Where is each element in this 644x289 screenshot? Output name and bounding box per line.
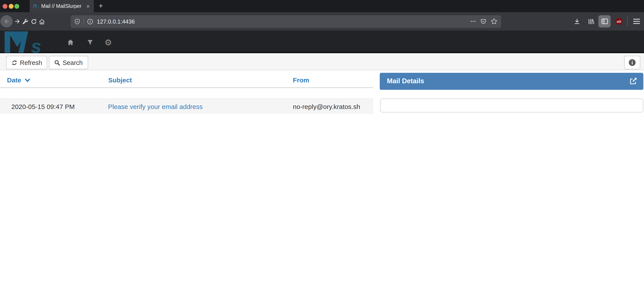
- downloads-button[interactable]: [572, 12, 582, 30]
- column-header-subject[interactable]: Subject: [108, 76, 132, 84]
- main-content: Date Subject From 2020-05-15 09:47 PM Pl…: [0, 70, 644, 289]
- action-toolbar: Refresh Search: [0, 53, 644, 70]
- about-info-button[interactable]: [624, 56, 640, 69]
- forward-arrow-icon: [14, 18, 20, 24]
- tracking-protection-shield-icon[interactable]: [74, 18, 80, 25]
- download-icon: [574, 18, 580, 25]
- back-arrow-icon: [4, 18, 10, 24]
- ublock-label: uO: [617, 20, 621, 23]
- site-info-icon[interactable]: [87, 18, 94, 25]
- nav-filter-button[interactable]: [86, 38, 94, 47]
- home-icon: [66, 39, 74, 46]
- window-zoom-button[interactable]: [14, 4, 19, 8]
- wrench-icon: [22, 18, 28, 25]
- column-header-date[interactable]: Date: [7, 76, 30, 84]
- menu-button[interactable]: [631, 12, 642, 30]
- mail-details-header: Mail Details: [380, 73, 643, 90]
- column-header-from[interactable]: From: [293, 76, 309, 84]
- url-bar[interactable]: 127.0.0.1:4436: [71, 15, 501, 28]
- open-external-icon[interactable]: [629, 77, 637, 85]
- new-tab-button[interactable]: +: [95, 0, 106, 12]
- bookmark-star-icon[interactable]: [490, 18, 498, 25]
- urlbar-separator: [83, 18, 84, 25]
- browser-tab[interactable]: s Mail // MailSlurper ×: [30, 0, 94, 12]
- ublock-shield-icon: uO: [615, 17, 623, 25]
- toolbar-separator: [627, 16, 628, 26]
- pocket-icon[interactable]: [480, 18, 487, 25]
- mail-details-body: [380, 98, 643, 112]
- url-text[interactable]: 127.0.0.1:4436: [97, 18, 470, 25]
- reload-icon: [30, 18, 37, 25]
- library-button[interactable]: [586, 12, 596, 30]
- table-header-rule: [0, 87, 373, 88]
- sort-descending-chevron-icon: [25, 78, 30, 82]
- window-close-button[interactable]: [2, 4, 8, 8]
- ublock-origin-button[interactable]: uO: [614, 12, 624, 30]
- tab-title: Mail // MailSlurper: [41, 3, 86, 9]
- refresh-button[interactable]: Refresh: [6, 56, 47, 69]
- mailslurper-logo: s: [4, 31, 40, 53]
- mail-row[interactable]: 2020-05-15 09:47 PM Please verify your e…: [0, 98, 373, 114]
- refresh-icon: [11, 59, 17, 66]
- search-button[interactable]: Search: [49, 56, 88, 69]
- mail-from-cell: no-reply@ory.kratos.sh: [293, 103, 360, 110]
- library-icon: [587, 18, 595, 25]
- page-actions-icon[interactable]: [470, 18, 476, 24]
- window-minimize-button[interactable]: [8, 4, 13, 8]
- mailslurper-favicon: s: [33, 4, 39, 8]
- filter-funnel-icon: [87, 39, 93, 45]
- date-header-label: Date: [7, 76, 21, 84]
- tab-close-icon[interactable]: ×: [86, 3, 90, 9]
- search-button-label: Search: [63, 59, 83, 66]
- browser-tab-bar: s Mail // MailSlurper × +: [0, 0, 644, 12]
- info-circle-icon: [628, 59, 636, 66]
- screen: s Mail // MailSlurper × +: [0, 0, 644, 289]
- svg-text:s: s: [31, 36, 40, 53]
- search-icon: [54, 59, 60, 66]
- sidebar-icon: [601, 18, 608, 25]
- browser-toolbar: 127.0.0.1:4436: [0, 12, 644, 30]
- mail-subject-link[interactable]: Please verify your email address: [108, 103, 203, 110]
- back-button[interactable]: [0, 15, 13, 27]
- mail-details-title: Mail Details: [387, 77, 629, 85]
- refresh-button-label: Refresh: [20, 59, 42, 66]
- svg-text:s: s: [37, 5, 39, 8]
- mailslurper-navbar: s ⚙: [0, 30, 644, 53]
- gear-icon: ⚙: [104, 38, 112, 46]
- nav-settings-button[interactable]: ⚙: [104, 38, 112, 47]
- nav-home-button[interactable]: [66, 38, 75, 47]
- sidebars-button[interactable]: [598, 15, 610, 27]
- home-button[interactable]: [37, 12, 47, 30]
- home-icon: [38, 18, 46, 25]
- mail-date-cell: 2020-05-15 09:47 PM: [11, 103, 75, 110]
